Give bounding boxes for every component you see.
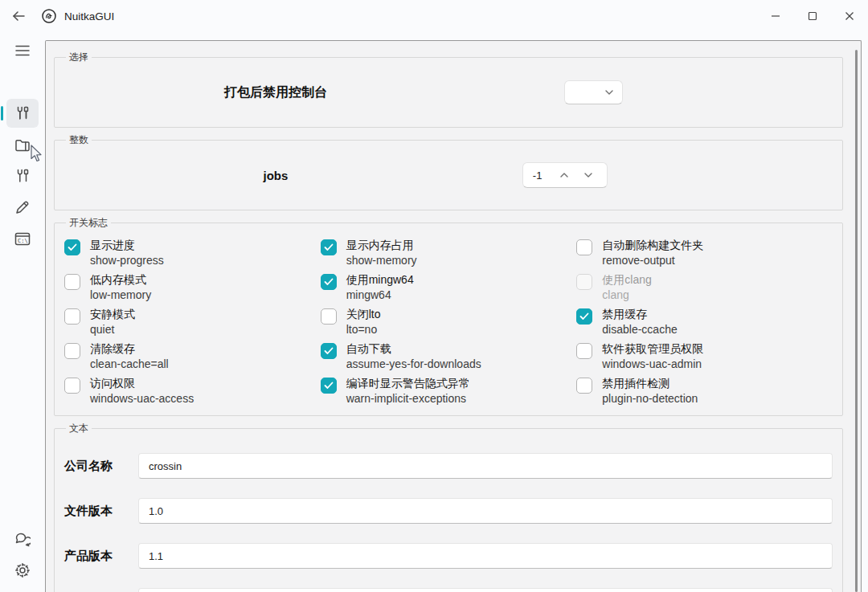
flag-low-memory[interactable]: 低内存模式low-memory (64, 272, 321, 302)
flag-label-zh: 显示内存占用 (346, 238, 417, 253)
chevron-down-icon (604, 89, 614, 96)
check-icon (579, 312, 589, 320)
product-version-label: 产品版本 (64, 549, 130, 564)
flag-label-zh: 使用clang (602, 272, 651, 288)
checkbox[interactable] (576, 308, 592, 325)
sidebar-item-basic-options[interactable] (6, 99, 39, 128)
flag-assume-yes-for-downloads[interactable]: 自动下载assume-yes-for-downloads (321, 341, 577, 371)
maximize-button[interactable] (794, 0, 831, 32)
checkbox (576, 274, 592, 290)
file-version-input[interactable]: 1.0 (138, 498, 833, 524)
text-row-file-description: 文件描述 羊了个羊 (64, 588, 833, 592)
checkbox[interactable] (576, 378, 592, 394)
flag-label-zh: 显示进度 (90, 238, 164, 253)
hamburger-menu-button[interactable] (6, 36, 39, 65)
checkbox[interactable] (64, 343, 80, 359)
checkbox[interactable] (321, 274, 337, 290)
check-icon (324, 243, 334, 251)
flag-label-en: low-memory (90, 288, 151, 302)
flag-label-en: windows-uac-access (90, 391, 194, 406)
flag-label-zh: 关闭lto (346, 307, 381, 322)
select-row: 打包后禁用控制台 (64, 67, 833, 117)
flag-lto-no[interactable]: 关闭ltolto=no (321, 307, 577, 337)
flag-label-en: warn-implicit-exceptions (346, 391, 470, 406)
window-controls (757, 0, 868, 32)
company-name-label: 公司名称 (64, 459, 130, 474)
flag-label-en: remove-output (602, 253, 703, 267)
close-button[interactable] (831, 0, 868, 32)
flag-label-zh: 访问权限 (90, 376, 194, 391)
checkbox[interactable] (576, 343, 592, 359)
flag-label-zh: 编译时显示警告隐式异常 (346, 376, 470, 391)
spin-down-button[interactable] (576, 172, 600, 178)
check-icon (324, 382, 334, 390)
flag-remove-output[interactable]: 自动删除构建文件夹remove-output (576, 238, 833, 267)
checkbox[interactable] (576, 239, 592, 255)
checkbox[interactable] (321, 308, 337, 325)
text-row-product-version: 产品版本 1.1 (64, 543, 833, 569)
flag-label-en: quiet (90, 322, 135, 337)
sidebar-item-files[interactable] (6, 130, 39, 159)
vertical-scrollbar[interactable] (855, 50, 858, 592)
section-integer: 整数 jobs -1 (54, 133, 843, 210)
main-panel: 选择 打包后禁用控制台 整数 jobs -1 (45, 40, 862, 592)
text-row-company: 公司名称 crossin (64, 453, 833, 479)
flag-label-zh: 软件获取管理员权限 (602, 341, 703, 357)
sidebar-item-feedback[interactable] (6, 525, 39, 553)
sidebar-item-advanced-options[interactable] (6, 161, 39, 190)
flag-label-en: disable-ccache (602, 322, 677, 337)
spin-up-button[interactable] (552, 172, 576, 178)
product-version-value: 1.1 (149, 550, 163, 562)
checkbox[interactable] (321, 239, 337, 255)
flag-show-memory[interactable]: 显示内存占用show-memory (321, 238, 577, 267)
checkbox[interactable] (64, 274, 80, 290)
flag-quiet[interactable]: 安静模式quiet (64, 307, 321, 337)
integer-row: jobs -1 (64, 150, 833, 200)
section-text: 文本 公司名称 crossin 文件版本 1.0 产品版本 1.1 文件描述 羊… (54, 422, 843, 592)
jobs-value: -1 (533, 169, 552, 182)
flag-label-en: assume-yes-for-downloads (346, 357, 481, 371)
sidebar-item-settings[interactable] (6, 556, 39, 585)
file-description-input[interactable]: 羊了个羊 (138, 588, 833, 592)
flag-mingw64[interactable]: 使用mingw64mingw64 (321, 272, 577, 302)
company-name-value: crossin (149, 460, 182, 472)
flag-label-zh: 禁用缓存 (602, 307, 677, 322)
flag-warn-implicit-exceptions[interactable]: 编译时显示警告隐式异常warn-implicit-exceptions (321, 376, 577, 406)
flag-label-zh: 自动删除构建文件夹 (602, 238, 703, 253)
checkbox[interactable] (321, 343, 337, 359)
svg-text:C:\: C:\ (18, 238, 28, 244)
text-row-file-version: 文件版本 1.0 (64, 498, 833, 524)
sidebar-item-edit[interactable] (6, 193, 39, 222)
flag-label-en: clean-cache=all (90, 357, 169, 371)
flag-label-en: plugin-no-detection (602, 391, 698, 406)
file-version-value: 1.0 (149, 505, 163, 517)
flag-clean-cache[interactable]: 清除缓存clean-cache=all (64, 341, 321, 371)
jobs-spinbox[interactable]: -1 (522, 162, 608, 188)
flag-label-en: show-progress (90, 253, 164, 267)
checkbox[interactable] (321, 378, 337, 394)
file-version-label: 文件版本 (64, 504, 130, 519)
flag-label-zh: 使用mingw64 (346, 272, 414, 288)
select-row-label: 打包后禁用控制台 (64, 84, 487, 101)
flag-label-en: lto=no (346, 322, 381, 337)
console-mode-dropdown[interactable] (564, 80, 623, 104)
flag-windows-uac-access[interactable]: 访问权限windows-uac-access (64, 376, 321, 406)
flag-disable-ccache[interactable]: 禁用缓存disable-ccache (576, 307, 833, 337)
company-name-input[interactable]: crossin (138, 453, 833, 479)
checkbox[interactable] (64, 308, 80, 325)
sidebar-item-console[interactable]: C:\ (6, 224, 39, 253)
sidebar-item-home[interactable] (6, 67, 39, 96)
product-version-input[interactable]: 1.1 (138, 543, 833, 569)
check-icon (324, 347, 334, 355)
section-select: 选择 打包后禁用控制台 (54, 51, 843, 128)
flag-windows-uac-admin[interactable]: 软件获取管理员权限windows-uac-admin (576, 341, 833, 371)
flag-label-zh: 清除缓存 (90, 341, 169, 357)
minimize-button[interactable] (757, 0, 794, 32)
flag-show-progress[interactable]: 显示进度show-progress (64, 238, 321, 267)
chevron-up-icon (559, 172, 569, 178)
checkbox[interactable] (64, 239, 80, 255)
flag-plugin-no-detection[interactable]: 禁用插件检测plugin-no-detection (576, 376, 833, 406)
checkbox[interactable] (64, 378, 80, 394)
flag-label-zh: 自动下载 (346, 341, 481, 357)
back-button[interactable] (6, 4, 31, 28)
